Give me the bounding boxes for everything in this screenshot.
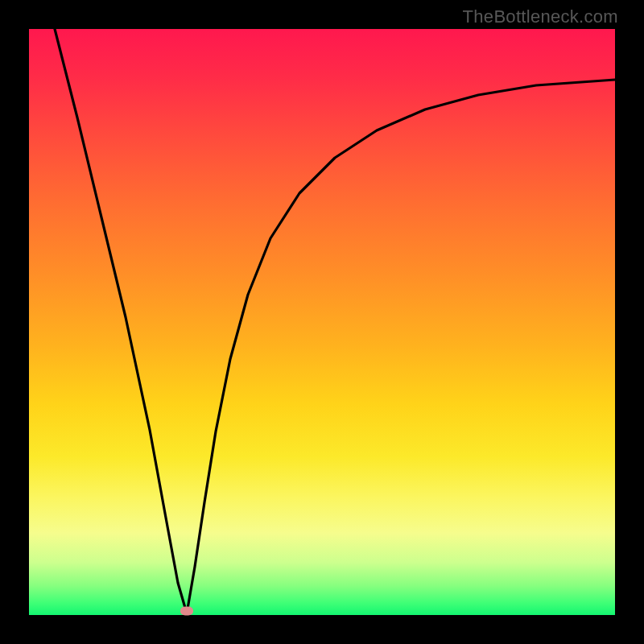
optimum-marker — [180, 607, 193, 616]
curve-path — [55, 29, 615, 613]
chart-frame: TheBottleneck.com — [0, 0, 644, 644]
watermark-text: TheBottleneck.com — [463, 6, 618, 27]
bottleneck-curve — [29, 29, 615, 615]
plot-area — [29, 29, 615, 615]
